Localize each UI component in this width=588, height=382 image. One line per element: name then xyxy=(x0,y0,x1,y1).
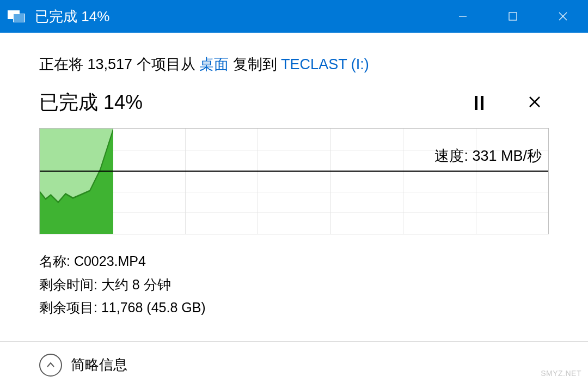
titlebar: 已完成 14% xyxy=(0,0,588,33)
content-area: 正在将 13,517 个项目从 桌面 复制到 TECLAST (I:) 已完成 … xyxy=(0,33,588,382)
destination-link[interactable]: TECLAST (I:) xyxy=(281,56,369,72)
details-section: 名称: C0023.MP4 剩余时间: 大约 8 分钟 剩余项目: 11,768… xyxy=(39,250,549,319)
copy-mid: 复制到 xyxy=(229,56,281,72)
watermark: SMYZ.NET xyxy=(541,369,581,378)
svg-rect-1 xyxy=(509,13,517,20)
detail-name: 名称: C0023.MP4 xyxy=(39,250,549,273)
detail-items-remaining: 剩余项目: 11,768 (45.8 GB) xyxy=(39,296,549,319)
progress-row: 已完成 14% xyxy=(39,89,549,116)
speed-value: 速度: 331 MB/秒 xyxy=(434,146,542,166)
minimize-button[interactable] xyxy=(438,0,488,33)
copy-icon xyxy=(8,10,26,22)
chart-area xyxy=(40,129,113,234)
action-buttons xyxy=(470,94,549,112)
pause-icon xyxy=(475,96,483,110)
cancel-button[interactable] xyxy=(526,94,543,112)
window-controls xyxy=(438,0,588,33)
divider xyxy=(0,341,588,342)
footer-label: 简略信息 xyxy=(71,355,127,374)
copy-description: 正在将 13,517 个项目从 桌面 复制到 TECLAST (I:) xyxy=(39,54,549,74)
speed-reference-line xyxy=(40,171,548,172)
pause-button[interactable] xyxy=(470,94,488,112)
detail-time-remaining: 剩余时间: 大约 8 分钟 xyxy=(39,273,549,296)
speed-chart: 速度: 331 MB/秒 xyxy=(39,128,549,234)
chart-grid xyxy=(40,129,548,234)
copy-prefix: 正在将 13,517 个项目从 xyxy=(39,56,199,72)
window-title: 已完成 14% xyxy=(35,7,109,26)
source-link[interactable]: 桌面 xyxy=(199,56,229,72)
cancel-icon xyxy=(529,96,541,110)
close-button[interactable] xyxy=(538,0,588,33)
maximize-button[interactable] xyxy=(488,0,538,33)
chevron-up-icon xyxy=(39,354,62,377)
footer-toggle[interactable]: 简略信息 xyxy=(39,354,549,383)
progress-percentage: 已完成 14% xyxy=(39,89,143,116)
